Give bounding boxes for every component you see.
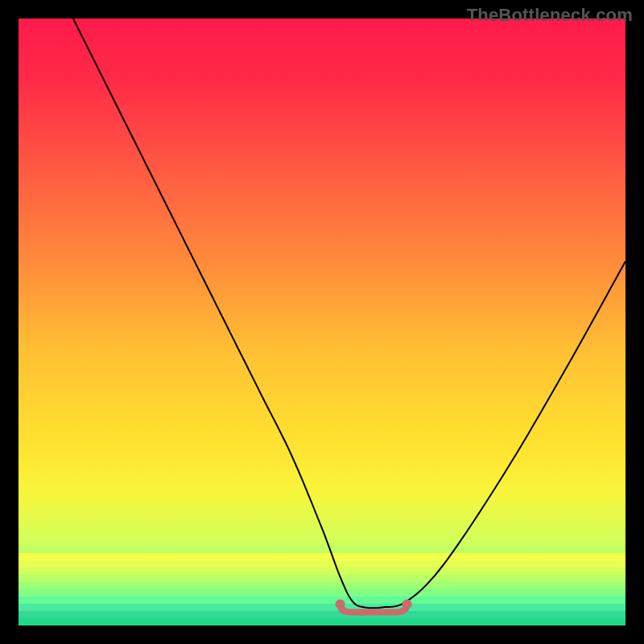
- svg-point-12: [402, 599, 412, 609]
- chart-stage: TheBottleneck.com: [0, 0, 644, 644]
- plot-area: [19, 19, 625, 625]
- watermark-text: TheBottleneck.com: [467, 5, 633, 26]
- svg-point-11: [336, 599, 345, 609]
- optimal-range-marker: [19, 19, 625, 625]
